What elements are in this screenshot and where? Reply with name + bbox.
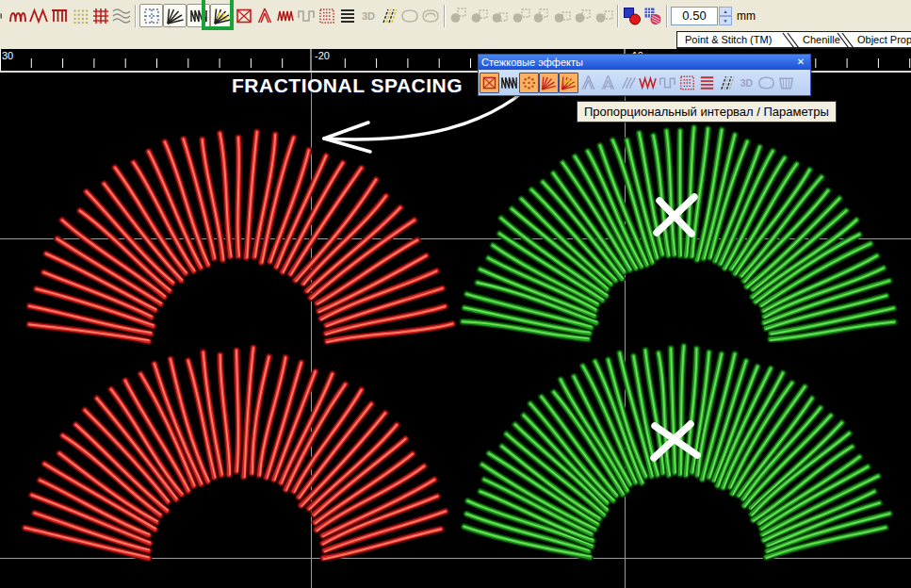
main-toolbar: 3D ▲ ▼ mm [0, 0, 911, 31]
spinner-up-icon[interactable]: ▲ [719, 7, 732, 16]
fan-green-top-right[interactable] [463, 127, 894, 340]
svg-text:3D: 3D [362, 10, 375, 22]
contour-lines-icon[interactable] [697, 73, 717, 93]
tab-point-and-stitch[interactable]: Point & Stitch (TM) [685, 34, 772, 45]
design-canvas[interactable]: FRACTIONAL SPACING [0, 73, 911, 588]
annotation-heading: FRACTIONAL SPACING [232, 74, 463, 97]
toolbar-separator [135, 5, 137, 27]
toolbar-separator [444, 5, 446, 27]
tab-chenille[interactable]: Chenille [803, 34, 840, 45]
envelope-warp-icon [756, 73, 776, 93]
program-split-icon[interactable] [677, 73, 697, 93]
stitch-effects-icons: 3D [479, 70, 810, 95]
motif-grid-button[interactable] [139, 4, 163, 27]
stitch-effects-title: Стежковые эффекты [481, 57, 794, 68]
tab-object-properties[interactable]: Object Properties [857, 34, 911, 45]
toolbar-separator [666, 5, 668, 27]
feather-edge-icon[interactable] [254, 6, 275, 26]
outline-fill-color-icon[interactable] [622, 6, 643, 26]
comb-stitch-icon[interactable] [49, 6, 70, 26]
toolbar-icon-groups: 3D [0, 0, 663, 31]
zigzag-comb-icon[interactable] [499, 73, 519, 93]
close-icon[interactable]: ✕ [794, 57, 807, 69]
spinner-down-icon[interactable]: ▼ [719, 16, 732, 25]
e-stitch-loops-icon[interactable] [8, 6, 28, 26]
stitch-spacing-control: ▲ ▼ mm [671, 0, 756, 31]
wave-fill-icon[interactable] [111, 6, 132, 26]
jagged-zigzag-icon[interactable] [275, 6, 296, 26]
feather-one-icon [578, 73, 598, 93]
envelope-warp-2-icon[interactable] [420, 6, 441, 26]
properties-tabs: Point & Stitch (TM) Chenille Object Prop… [676, 31, 911, 49]
clipped-edge-icon[interactable] [0, 6, 8, 26]
offset-object-6-icon [552, 6, 573, 26]
radial-fan-button[interactable] [163, 4, 187, 27]
fan-red-top-left[interactable] [29, 132, 452, 342]
spacing-stepper: ▲ ▼ [719, 7, 732, 25]
ruler-label-m20: -20 [315, 50, 330, 61]
spacing-input[interactable] [671, 7, 718, 25]
tooltip: Пропорциональный интервал / Параметры [577, 101, 837, 122]
stitch-effects-toolbar: Стежковые эффекты ✕ 3D [478, 54, 811, 96]
offset-object-2-icon [469, 6, 490, 26]
zigzag-stitch-icon[interactable] [28, 6, 49, 26]
envelope-warp-icon[interactable] [399, 6, 420, 26]
three-d-effect-icon[interactable]: 3D [358, 6, 379, 26]
three-d-effect-icon: 3D [737, 73, 756, 93]
fan-red-bottom-left[interactable] [25, 348, 446, 559]
fan-green-bottom-right[interactable] [464, 346, 890, 558]
square-wave-icon[interactable] [296, 6, 317, 26]
fur-hatch-icon[interactable] [379, 6, 399, 26]
toolbar-substrip: Point & Stitch (TM) Chenille Object Prop… [0, 31, 911, 49]
feather-two-icon [598, 73, 618, 93]
fur-hatch-icon[interactable] [717, 73, 737, 93]
offset-object-5-icon [531, 6, 552, 26]
slant-stitch-icon [618, 73, 638, 93]
ruler-label-30: 30 [2, 50, 13, 61]
stitch-effects-titlebar[interactable]: Стежковые эффекты ✕ [479, 55, 810, 70]
offset-object-8-icon [594, 6, 614, 26]
app-window: 3D ▲ ▼ mm Point & Stitch (TM) Chenille O… [0, 0, 911, 588]
zigzag-comb-button[interactable] [187, 4, 210, 27]
elastic-wave-icon[interactable] [638, 73, 658, 93]
offset-object-3-icon [490, 6, 511, 26]
radial-fan-icon[interactable] [539, 73, 559, 93]
unit-label: mm [737, 9, 756, 23]
toolbar-separator [617, 5, 619, 27]
square-wave-icon [658, 73, 677, 93]
annotation-arrow [324, 91, 524, 152]
pattern-color-icon[interactable] [643, 6, 663, 26]
offset-object-1-icon [448, 6, 469, 26]
motif-circle-icon[interactable] [519, 73, 539, 93]
underlay-box-icon[interactable] [480, 73, 499, 93]
contour-lines-icon[interactable] [337, 6, 358, 26]
stitch-canvas[interactable] [0, 73, 911, 588]
cross-grid-icon[interactable] [90, 6, 111, 26]
offset-object-7-icon [573, 6, 594, 26]
basket-weave-icon [776, 73, 796, 93]
fractional-spacing-icon[interactable] [559, 73, 578, 93]
box-cross-icon[interactable] [234, 6, 254, 26]
fractional-spacing-button[interactable] [210, 4, 234, 27]
offset-object-4-icon [511, 6, 531, 26]
pattern-dots-icon[interactable] [70, 6, 90, 26]
svg-text:3D: 3D [740, 76, 754, 88]
program-split-icon[interactable] [317, 6, 337, 26]
